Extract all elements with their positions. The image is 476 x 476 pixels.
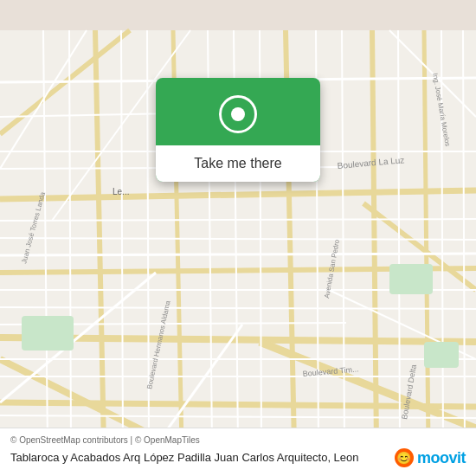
moovit-logo: moovit: [395, 448, 466, 467]
take-me-there-button[interactable]: Take me there: [156, 145, 320, 182]
svg-rect-46: [22, 316, 74, 351]
place-name: Tablaroca y Acabados Arq López Padilla J…: [10, 451, 388, 466]
map-container: Boulevard La Luz Boulevard Tim... Boulev…: [0, 0, 476, 476]
place-name-row: Tablaroca y Acabados Arq López Padilla J…: [10, 448, 466, 467]
svg-line-20: [0, 254, 476, 255]
popup-card: Take me there: [156, 78, 320, 182]
moovit-icon: [395, 448, 414, 467]
map-streets: Boulevard La Luz Boulevard Tim... Boulev…: [0, 0, 476, 476]
pin-dot: [231, 107, 245, 121]
svg-rect-48: [424, 342, 459, 368]
attribution-text: © OpenStreetMap contributors | © OpenMap…: [10, 435, 466, 445]
popup-pin-area: [156, 78, 320, 145]
info-bar: © OpenStreetMap contributors | © OpenMap…: [0, 428, 476, 476]
svg-rect-47: [389, 264, 433, 294]
svg-text:Le...: Le...: [113, 187, 129, 196]
location-pin: [219, 95, 257, 133]
moovit-text: moovit: [417, 449, 466, 467]
